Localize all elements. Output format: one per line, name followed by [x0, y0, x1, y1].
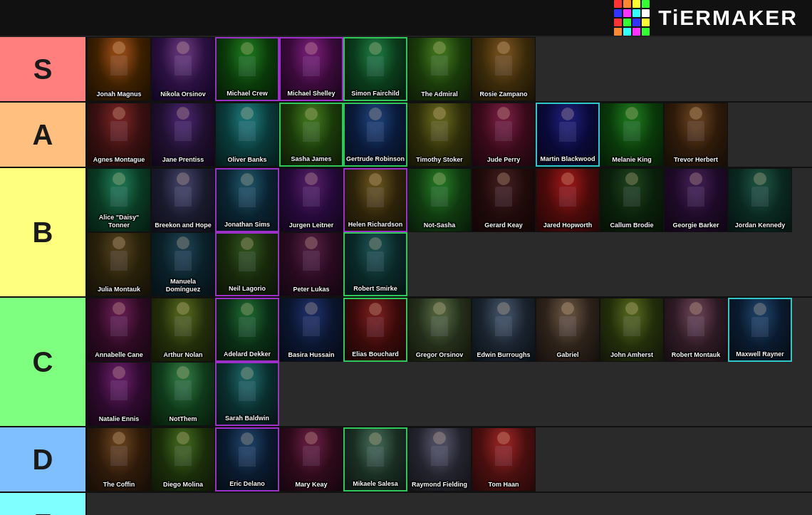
tier-item[interactable]: Neil Lagorio: [215, 232, 279, 296]
tier-item[interactable]: Timothy Stoker: [407, 103, 472, 167]
item-name: Mary Keay: [280, 481, 343, 489]
tier-item[interactable]: Mikaele Salesa: [343, 427, 407, 491]
tier-item[interactable]: Tom Haan: [472, 427, 536, 491]
tier-item[interactable]: Eric Delano: [215, 427, 279, 491]
item-name: Basira Hussain: [280, 351, 343, 359]
tier-row-f: F: [0, 493, 812, 515]
tier-item[interactable]: Michael Crew: [215, 37, 279, 101]
item-name: Julia Montauk: [88, 286, 150, 293]
tier-label-b: B: [0, 168, 85, 296]
tier-item[interactable]: Jane Prentiss: [151, 103, 215, 167]
tier-item[interactable]: Maxwell Rayner: [728, 298, 792, 362]
item-name: Annabelle Cane: [88, 351, 150, 359]
tier-row-a: AAgnes MontagueJane PrentissOliver Banks…: [0, 103, 812, 168]
item-name: Timothy Stoker: [408, 156, 471, 164]
tier-label-a: A: [0, 103, 85, 167]
item-name: Jordan Kennedy: [729, 222, 791, 229]
tier-item[interactable]: Diego Molina: [151, 427, 215, 491]
tier-label-f: F: [0, 493, 85, 515]
tier-item[interactable]: The Coffin: [87, 427, 151, 491]
item-name: Michael Shelley: [281, 90, 342, 98]
item-name: Jared Hopworth: [536, 222, 599, 229]
item-name: Trevor Herbert: [665, 156, 727, 164]
tier-items-d: The CoffinDiego MolinaEric DelanoMary Ke…: [85, 427, 812, 491]
tier-item[interactable]: Nikola Orsinov: [151, 37, 215, 101]
tier-item[interactable]: Jonathan Sims: [215, 168, 279, 232]
tier-item[interactable]: Gertrude Robinson: [343, 103, 407, 167]
tier-label-s: S: [0, 37, 85, 101]
tier-items-c: Annabelle CaneArthur NolanAdelard Dekker…: [85, 298, 812, 426]
tier-item[interactable]: Jurgen Leitner: [279, 168, 343, 232]
tier-item[interactable]: Edwin Burroughs: [472, 298, 536, 362]
tier-item[interactable]: Manuela Domínguez: [151, 232, 215, 296]
item-name: Mikaele Salesa: [345, 480, 406, 488]
tier-item[interactable]: Robert Smirke: [343, 232, 407, 296]
tier-row-c: CAnnabelle CaneArthur NolanAdelard Dekke…: [0, 298, 812, 427]
item-name: Jurgen Leitner: [280, 222, 343, 229]
tier-item[interactable]: Jordan Kennedy: [728, 168, 792, 232]
item-name: Agnes Montague: [88, 156, 150, 164]
item-name: The Admiral: [408, 90, 471, 98]
tier-item[interactable]: Annabelle Cane: [87, 298, 151, 362]
tier-item[interactable]: Not-Sasha: [407, 168, 472, 232]
item-name: John Amherst: [600, 351, 663, 359]
tier-item[interactable]: Rosie Zampano: [472, 37, 536, 101]
tier-item[interactable]: Breekon and Hope: [151, 168, 215, 232]
tier-item[interactable]: Gabriel: [536, 298, 600, 362]
tier-item[interactable]: Jude Perry: [472, 103, 536, 167]
tier-item[interactable]: Gerard Keay: [472, 168, 536, 232]
tier-item[interactable]: Callum Brodie: [600, 168, 664, 232]
tier-item[interactable]: John Amherst: [600, 298, 664, 362]
item-name: Sasha James: [281, 155, 342, 163]
tier-item[interactable]: Simon Fairchild: [343, 37, 407, 101]
tier-item[interactable]: Sasha James: [279, 103, 343, 167]
tier-item[interactable]: Agnes Montague: [87, 103, 151, 167]
tiermaker-logo: TiERMAKER: [614, 0, 798, 36]
item-name: Georgie Barker: [665, 222, 727, 229]
tier-items-f: [85, 493, 812, 515]
item-name: Elias Bouchard: [345, 350, 406, 358]
item-name: Gerard Keay: [472, 222, 535, 229]
tier-item[interactable]: Trevor Herbert: [664, 103, 728, 167]
tier-item[interactable]: Arthur Nolan: [151, 298, 215, 362]
item-name: Robert Smirke: [345, 285, 406, 293]
tier-items-s: Jonah MagnusNikola OrsinovMichael CrewMi…: [85, 37, 812, 101]
tier-item[interactable]: Martin Blackwood: [536, 103, 600, 167]
tier-item[interactable]: Georgie Barker: [664, 168, 728, 232]
item-name: Jonathan Sims: [217, 221, 278, 229]
item-name: Eric Delano: [217, 480, 278, 488]
item-name: Callum Brodie: [600, 222, 663, 229]
tier-item[interactable]: The Admiral: [407, 37, 472, 101]
tier-item[interactable]: Julia Montauk: [87, 232, 151, 296]
tier-item[interactable]: Mary Keay: [279, 427, 343, 491]
tier-item[interactable]: Robert Montauk: [664, 298, 728, 362]
tier-item[interactable]: Peter Lukas: [279, 232, 343, 296]
tier-item[interactable]: Oliver Banks: [215, 103, 279, 167]
item-name: Michael Crew: [217, 90, 278, 98]
tier-item[interactable]: Gregor Orsinov: [407, 298, 472, 362]
tier-item[interactable]: Basira Hussain: [279, 298, 343, 362]
tier-item[interactable]: Elias Bouchard: [343, 298, 407, 362]
item-name: Adelard Dekker: [217, 350, 278, 358]
tier-item[interactable]: Natalie Ennis: [87, 362, 151, 426]
tier-item[interactable]: Melanie King: [600, 103, 664, 167]
tier-item[interactable]: Jared Hopworth: [536, 168, 600, 232]
item-name: Melanie King: [600, 156, 663, 164]
tier-item[interactable]: Helen Richardson: [343, 168, 407, 232]
tier-item[interactable]: NotThem: [151, 362, 215, 426]
tier-item[interactable]: Jonah Magnus: [87, 37, 151, 101]
item-name: Breekon and Hope: [152, 222, 214, 229]
tiermaker-header: TiERMAKER: [0, 0, 812, 37]
tier-item[interactable]: Adelard Dekker: [215, 298, 279, 362]
tier-table: SJonah MagnusNikola OrsinovMichael CrewM…: [0, 37, 812, 515]
item-name: Oliver Banks: [216, 156, 279, 164]
item-name: Gertrude Robinson: [345, 155, 406, 163]
tier-item[interactable]: Alice "Daisy" Tonner: [87, 168, 151, 232]
item-name: Robert Montauk: [665, 351, 727, 359]
item-name: Gregor Orsinov: [408, 351, 471, 359]
item-name: Nikola Orsinov: [152, 90, 214, 98]
tier-item[interactable]: Raymond Fielding: [407, 427, 472, 491]
tier-row-b: BAlice "Daisy" TonnerBreekon and HopeJon…: [0, 168, 812, 298]
tier-item[interactable]: Sarah Baldwin: [215, 362, 279, 426]
tier-item[interactable]: Michael Shelley: [279, 37, 343, 101]
